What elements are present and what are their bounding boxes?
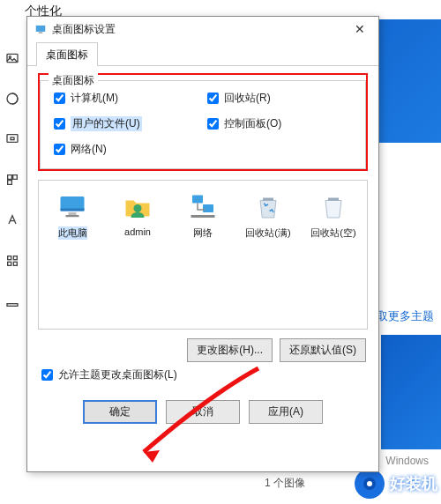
svg-rect-14	[69, 212, 77, 215]
checkbox-control-panel[interactable]: 控制面板(O)	[207, 116, 352, 131]
svg-rect-4	[11, 137, 14, 140]
network-icon	[187, 191, 219, 223]
svg-rect-18	[203, 204, 213, 212]
settings-left-rail	[0, 25, 25, 500]
svg-rect-3	[7, 135, 18, 143]
svg-rect-11	[39, 33, 43, 33]
desktop-preview-thumb[interactable]	[381, 335, 441, 449]
icon-network[interactable]: 网络	[178, 191, 228, 240]
tab-desktop-icons[interactable]: 桌面图标	[36, 42, 98, 66]
recycle-empty-icon	[318, 191, 349, 223]
svg-rect-13	[61, 209, 85, 211]
svg-rect-7	[8, 262, 11, 265]
svg-rect-10	[36, 26, 46, 32]
recycle-full-icon	[252, 191, 284, 223]
cancel-button[interactable]: 取消	[166, 400, 240, 424]
desktop-icons-group: 桌面图标 计算机(M) 回收站(R) 用户的文件(U) 控制面板(O) 网络(N…	[38, 73, 368, 171]
checkbox-network[interactable]: 网络(N)	[54, 142, 198, 157]
dialog-title: 桌面图标设置	[52, 22, 348, 37]
restore-default-button[interactable]: 还原默认值(S)	[280, 338, 366, 362]
titlebar: 桌面图标设置 ✕	[27, 17, 378, 41]
icon-this-pc[interactable]: 此电脑	[48, 191, 97, 240]
background-icon[interactable]	[5, 51, 19, 65]
brand-icon	[355, 469, 385, 499]
image-count-label: 1 个图像	[265, 476, 305, 491]
windows-watermark: Windows	[385, 455, 429, 467]
checkbox-allow-theme[interactable]: 允许主题更改桌面图标(L)	[41, 367, 364, 382]
brand-logo: 好装机	[355, 469, 437, 499]
svg-rect-5	[8, 256, 11, 260]
svg-rect-17	[192, 196, 203, 204]
svg-point-16	[134, 204, 142, 212]
monitor-icon	[56, 191, 88, 223]
desktop-icon-settings-dialog: 桌面图标设置 ✕ 桌面图标 桌面图标 计算机(M) 回收站(R) 用户的文件(U…	[26, 16, 379, 472]
icon-recycle-empty[interactable]: 回收站(空)	[309, 191, 358, 240]
taskbar-icon[interactable]	[5, 294, 19, 308]
checkbox-recycle-bin[interactable]: 回收站(R)	[207, 91, 352, 106]
colors-icon[interactable]	[5, 92, 19, 106]
lockscreen-icon[interactable]	[5, 132, 19, 146]
change-icon-button[interactable]: 更改图标(H)...	[187, 338, 273, 362]
svg-rect-15	[66, 215, 79, 217]
icon-admin[interactable]: admin	[113, 191, 162, 237]
close-icon[interactable]: ✕	[348, 22, 371, 36]
checkbox-computer[interactable]: 计算机(M)	[54, 91, 198, 106]
svg-rect-8	[13, 262, 17, 265]
svg-rect-19	[191, 215, 215, 218]
brand-text: 好装机	[390, 473, 437, 494]
fonts-icon[interactable]	[5, 213, 19, 227]
dialog-icon	[34, 23, 47, 35]
checkbox-user-files[interactable]: 用户的文件(U)	[54, 116, 198, 131]
themes-icon[interactable]	[5, 173, 19, 187]
icon-preview-panel: 此电脑 admin 网络 回收站(满) 回收站(空)	[38, 180, 368, 330]
tab-bar: 桌面图标	[27, 41, 378, 66]
apply-button[interactable]: 应用(A)	[249, 400, 323, 424]
start-icon[interactable]	[5, 254, 19, 268]
icon-recycle-full[interactable]: 回收站(满)	[243, 191, 293, 240]
svg-rect-6	[13, 256, 17, 260]
ok-button[interactable]: 确定	[83, 400, 157, 424]
svg-rect-9	[7, 304, 18, 307]
user-folder-icon	[122, 191, 153, 223]
